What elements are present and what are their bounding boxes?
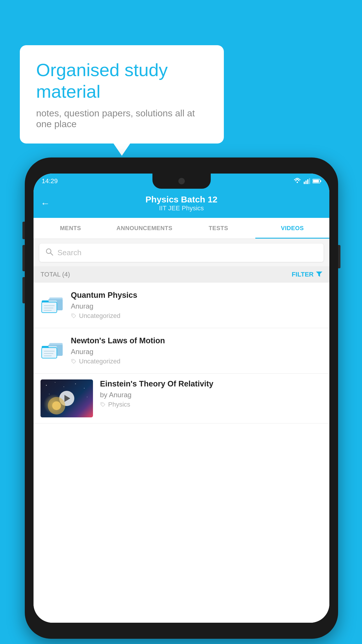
svg-marker-9: [316, 272, 322, 277]
svg-point-36: [87, 397, 87, 397]
video-author-2: Anurag: [71, 348, 322, 356]
phone-screen: 14:29: [34, 174, 329, 623]
total-count: TOTAL (4): [41, 271, 70, 278]
svg-point-35: [49, 394, 50, 394]
search-input[interactable]: Search: [57, 248, 81, 257]
phone-notch: [152, 174, 211, 189]
bubble-subtitle: notes, question papers, solutions all at…: [36, 108, 208, 130]
signal-icon: [304, 178, 310, 184]
video-list: Quantum Physics Anurag Uncategorized: [34, 283, 329, 623]
tag-icon-2: [71, 358, 77, 364]
tab-videos[interactable]: VIDEOS: [255, 218, 329, 239]
svg-point-38: [52, 401, 61, 410]
stars-decoration: [41, 379, 93, 417]
video-info-1: Quantum Physics Anurag Uncategorized: [71, 291, 322, 320]
app-header: ← Physics Batch 12 IIT JEE Physics: [34, 189, 329, 218]
svg-point-29: [73, 360, 73, 361]
svg-point-31: [55, 382, 55, 383]
bubble-title: Organised study material: [36, 59, 208, 103]
tab-announcements[interactable]: ANNOUNCEMENTS: [108, 218, 182, 239]
folder-icon-2: [41, 341, 64, 361]
svg-rect-14: [42, 302, 57, 313]
svg-line-8: [50, 253, 53, 255]
video-author-1: Anurag: [71, 302, 322, 310]
video-info-2: Newton's Laws of Motion Anurag Uncategor…: [71, 336, 322, 365]
tag-icon-1: [71, 313, 77, 319]
filter-bar: TOTAL (4) FILTER: [34, 266, 329, 283]
svg-rect-3: [309, 178, 310, 184]
video-title-1: Quantum Physics: [71, 291, 322, 300]
video-title-2: Newton's Laws of Motion: [71, 336, 322, 345]
folder-icon-1: [41, 295, 64, 316]
video-info-3: Einstein's Theory Of Relativity by Anura…: [100, 379, 322, 408]
camera: [178, 178, 185, 184]
svg-point-33: [75, 384, 76, 384]
tab-ments[interactable]: MENTS: [34, 218, 108, 239]
search-icon: [45, 248, 53, 258]
wifi-icon: [293, 178, 301, 184]
header-subtitle: IIT JEE Physics: [145, 204, 217, 212]
svg-rect-5: [313, 180, 319, 183]
phone-frame: 14:29: [25, 158, 338, 639]
power-button: [338, 245, 340, 268]
tab-tests[interactable]: TESTS: [182, 218, 256, 239]
speech-bubble: Organised study material notes, question…: [20, 45, 224, 144]
svg-point-19: [73, 315, 73, 316]
volume-up-button: [22, 222, 25, 239]
tag-icon-3: [100, 402, 106, 407]
svg-rect-0: [304, 182, 305, 184]
header-title: Physics Batch 12: [145, 195, 217, 204]
svg-point-39: [102, 403, 103, 404]
video-category-2: Uncategorized: [71, 358, 322, 365]
status-icons: [293, 178, 321, 184]
search-container: Search: [34, 239, 329, 267]
video-thumbnail-3: [41, 379, 93, 417]
video-category-1: Uncategorized: [71, 312, 322, 320]
svg-point-30: [46, 385, 47, 386]
svg-rect-2: [307, 179, 308, 184]
video-author-3: by Anurag: [100, 391, 322, 399]
filter-button[interactable]: FILTER: [292, 271, 322, 278]
tab-bar: MENTS ANNOUNCEMENTS TESTS VIDEOS: [34, 218, 329, 239]
svg-rect-1: [305, 181, 307, 184]
status-time: 14:29: [42, 177, 58, 185]
svg-point-32: [64, 386, 64, 387]
filter-icon: [316, 271, 322, 278]
svg-point-34: [84, 388, 85, 388]
back-button[interactable]: ←: [41, 198, 50, 209]
video-item-2[interactable]: Newton's Laws of Motion Anurag Uncategor…: [34, 328, 329, 374]
speech-bubble-container: Organised study material notes, question…: [20, 45, 224, 144]
silent-button: [22, 277, 25, 303]
svg-rect-6: [320, 180, 321, 182]
search-bar[interactable]: Search: [39, 244, 324, 262]
video-item-3[interactable]: Einstein's Theory Of Relativity by Anura…: [34, 374, 329, 424]
battery-icon: [312, 178, 321, 184]
volume-down-button: [22, 245, 25, 271]
svg-rect-24: [42, 348, 57, 358]
video-category-3: Physics: [100, 401, 322, 408]
video-item-1[interactable]: Quantum Physics Anurag Uncategorized: [34, 283, 329, 328]
video-title-3: Einstein's Theory Of Relativity: [100, 379, 322, 388]
header-center: Physics Batch 12 IIT JEE Physics: [145, 195, 217, 212]
